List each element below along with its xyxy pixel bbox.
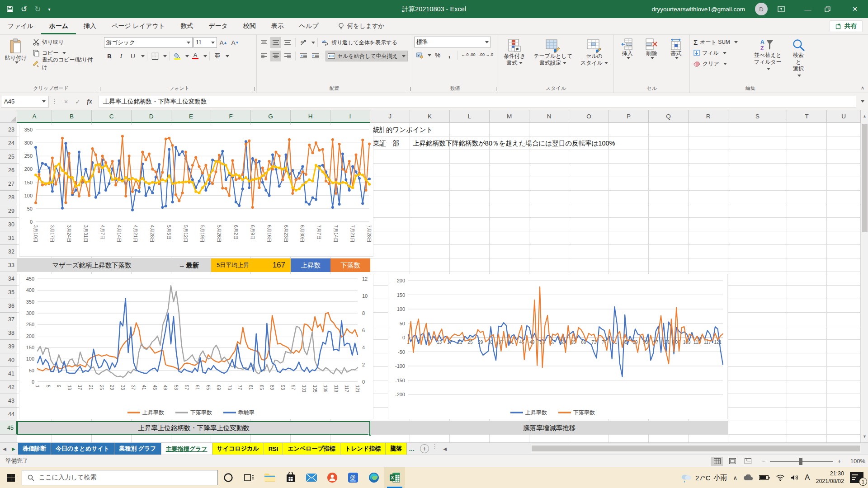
column-header-M[interactable]: M bbox=[490, 110, 529, 123]
start-button[interactable] bbox=[0, 467, 22, 488]
avatar[interactable]: D bbox=[755, 3, 768, 15]
column-header-L[interactable]: L bbox=[450, 110, 490, 123]
selected-merged-cell-a45[interactable]: 上昇率上位銘柄数・下降率上位変動数 bbox=[17, 421, 370, 435]
onedrive-icon[interactable] bbox=[743, 474, 753, 481]
tab-page-layout[interactable]: ページ レイアウト bbox=[104, 19, 173, 34]
namebox-splitter[interactable]: ⋮ bbox=[52, 98, 57, 105]
tab-file[interactable]: ファイル bbox=[0, 19, 41, 34]
fill-color-button[interactable] bbox=[172, 51, 183, 61]
row-header-44[interactable]: 44 bbox=[0, 408, 17, 421]
sheet-tab-トレンド指標[interactable]: トレンド指標 bbox=[340, 443, 386, 455]
increase-decimal-button[interactable]: ←.0 .00 bbox=[460, 50, 477, 61]
column-header-N[interactable]: N bbox=[529, 110, 569, 123]
ribbon-display-options-icon[interactable] bbox=[778, 6, 791, 12]
zoom-slider[interactable] bbox=[770, 461, 833, 462]
font-name-select[interactable]: 游ゴシック bbox=[104, 37, 193, 48]
cell-k24-text[interactable]: 上昇銘柄数下降銘柄数が80％を超えた場合には翌日の反転率は100% bbox=[413, 136, 615, 150]
tell-me-box[interactable]: 何をしますか bbox=[338, 22, 385, 34]
atmenu-app-icon[interactable]: @menu bbox=[343, 467, 363, 488]
collapse-ribbon-button[interactable]: ∧ bbox=[861, 85, 864, 91]
fill-button[interactable]: フィル bbox=[692, 47, 748, 58]
mail-icon[interactable] bbox=[301, 467, 322, 488]
zoom-out-icon[interactable]: − bbox=[762, 458, 765, 465]
chart-rate-counts[interactable]: 0501001502002503003504004500246810121591… bbox=[19, 274, 373, 419]
zoom-level[interactable]: 100% bbox=[845, 458, 865, 465]
underline-button[interactable]: U bbox=[127, 51, 138, 61]
taskbar-search-input[interactable]: ここに入力して検索 bbox=[22, 470, 218, 485]
expand-formula-bar-icon[interactable] bbox=[861, 100, 864, 103]
row-header-25[interactable]: 25 bbox=[0, 150, 17, 164]
column-header-T[interactable]: T bbox=[787, 110, 827, 123]
mothers-banner[interactable]: マザーズ銘柄上昇数下落数 →最新 5日平均上昇 167 上昇数 下落数 bbox=[17, 258, 370, 272]
insert-function-icon[interactable]: fx bbox=[84, 98, 95, 105]
name-box[interactable]: A45 bbox=[1, 96, 49, 108]
chart-mothers-updown[interactable]: 0501001502002503003503月10日3月17日3月24日3月31… bbox=[19, 125, 373, 257]
row-header-37[interactable]: 37 bbox=[0, 313, 17, 326]
font-color-dropdown[interactable] bbox=[203, 55, 207, 57]
font-dialog-launcher[interactable] bbox=[251, 87, 255, 91]
column-header-J[interactable]: J bbox=[370, 110, 410, 123]
row-header-32[interactable]: 32 bbox=[0, 245, 17, 258]
volume-icon[interactable] bbox=[791, 474, 799, 481]
cortana-icon[interactable] bbox=[218, 467, 239, 488]
row-header-35[interactable]: 35 bbox=[0, 286, 17, 299]
merge-center-button[interactable]: セルを結合して中央揃え bbox=[326, 51, 408, 61]
column-header-U[interactable]: U bbox=[827, 110, 861, 123]
orientation-dropdown[interactable] bbox=[311, 42, 315, 44]
decrease-indent-button[interactable] bbox=[298, 51, 309, 61]
clock[interactable]: 21:30 2021/08/02 bbox=[816, 470, 844, 485]
sheet-tab-騰落[interactable]: 騰落 bbox=[386, 443, 407, 455]
align-center-button[interactable] bbox=[270, 51, 281, 61]
normal-view-icon[interactable] bbox=[711, 457, 723, 466]
cut-button[interactable]: 切り取り bbox=[31, 37, 100, 47]
row-header-26[interactable]: 26 bbox=[0, 164, 17, 177]
conditional-formatting-button[interactable]: ≠ 条件付き 書式 bbox=[501, 37, 528, 84]
column-header-H[interactable]: H bbox=[291, 110, 330, 123]
comma-style-button[interactable]: , bbox=[444, 50, 455, 61]
cell-styles-button[interactable]: セルの スタイル bbox=[578, 37, 611, 84]
formula-input[interactable]: 上昇率上位銘柄数・下降率上位変動数 bbox=[98, 96, 856, 108]
row-header-42[interactable]: 42 bbox=[0, 380, 17, 394]
sheet-tab-株価診断[interactable]: 株価診断 bbox=[18, 443, 51, 455]
sheet-tab-業種別 グラフ[interactable]: 業種別 グラフ bbox=[114, 443, 161, 455]
row-header-33[interactable]: 33 bbox=[0, 258, 17, 272]
tab-splitter[interactable]: ⋮ bbox=[432, 443, 438, 455]
row-header-34[interactable]: 34 bbox=[0, 272, 17, 286]
column-header-K[interactable]: K bbox=[410, 110, 450, 123]
font-color-button[interactable]: A bbox=[190, 51, 201, 61]
bold-button[interactable]: B bbox=[104, 51, 115, 61]
column-header-A[interactable]: A bbox=[17, 110, 52, 123]
number-format-select[interactable]: 標準 bbox=[414, 37, 491, 47]
percent-style-button[interactable]: % bbox=[432, 50, 443, 61]
phonetic-dropdown[interactable] bbox=[226, 55, 229, 57]
align-middle-button[interactable] bbox=[270, 37, 281, 48]
vertical-scrollbar[interactable]: ▲ ▼ bbox=[861, 110, 868, 442]
orientation-button[interactable]: ab bbox=[298, 37, 309, 48]
file-explorer-icon[interactable] bbox=[259, 467, 280, 488]
delete-cells-button[interactable]: 削除 bbox=[642, 37, 660, 84]
clear-button[interactable]: クリア bbox=[692, 58, 748, 69]
column-header-S[interactable]: S bbox=[728, 110, 787, 123]
italic-button[interactable]: I bbox=[116, 51, 127, 61]
horizontal-scrollbar[interactable] bbox=[531, 444, 861, 453]
row-header-38[interactable]: 38 bbox=[0, 326, 17, 340]
column-header-B[interactable]: B bbox=[52, 110, 92, 123]
align-top-button[interactable] bbox=[259, 37, 269, 48]
cell-j24-text[interactable]: 東証一部 bbox=[373, 136, 399, 150]
tab-formulas[interactable]: 数式 bbox=[173, 19, 201, 34]
alignment-dialog-launcher[interactable] bbox=[406, 87, 410, 91]
weather-widget[interactable]: 27°C 小雨 bbox=[680, 473, 727, 483]
grow-font-button[interactable]: A▲ bbox=[218, 37, 229, 48]
ime-indicator[interactable]: A bbox=[805, 473, 810, 482]
align-right-button[interactable] bbox=[282, 51, 293, 61]
column-header-I[interactable]: I bbox=[330, 110, 370, 123]
share-button[interactable]: 共有 bbox=[830, 20, 863, 32]
microsoft-store-icon[interactable] bbox=[280, 467, 301, 488]
paste-button[interactable]: 貼り付け bbox=[2, 37, 30, 84]
zoom-in-icon[interactable]: + bbox=[838, 458, 841, 465]
row-header-27[interactable]: 27 bbox=[0, 177, 17, 191]
row-header-45[interactable]: 45 bbox=[0, 421, 17, 435]
row-header-41[interactable]: 41 bbox=[0, 367, 17, 380]
page-layout-view-icon[interactable] bbox=[726, 457, 738, 466]
number-dialog-launcher[interactable] bbox=[492, 87, 496, 91]
